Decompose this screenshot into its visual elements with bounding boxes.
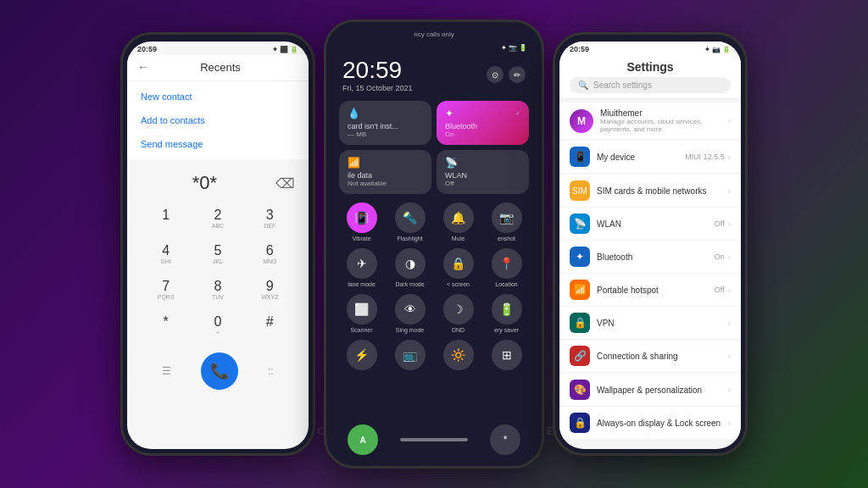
dialer-delete[interactable]: ⌫	[275, 175, 295, 191]
phone-control-center: ncy calls only 20:59 ✦ 📷 🔋 20:59 Fri, 15…	[324, 19, 544, 469]
qa-readingmode[interactable]: 👁 Sing mode	[387, 294, 432, 333]
tile-bt-sub: On	[445, 130, 520, 138]
qa-scanner[interactable]: ⬜ Scanner	[339, 294, 384, 333]
settings-item-sim[interactable]: SIM SIM cards & mobile networks ›	[559, 175, 741, 208]
tile-wlan-label: WLAN	[445, 171, 520, 180]
back-button[interactable]: ←	[137, 60, 149, 74]
settings-item-hotspot[interactable]: 📶 Portable hotspot Off ›	[559, 274, 741, 307]
qa-extra3[interactable]: 🔆	[436, 340, 481, 370]
bluetooth-text: Bluetooth	[597, 252, 715, 262]
wlan-label: WLAN	[597, 219, 715, 229]
cc-tile-bluetooth[interactable]: ✦ ✓ Bluetooth On	[437, 101, 529, 145]
qa-flashlight[interactable]: 🔦 Flashlight	[387, 202, 432, 241]
qa-extra1[interactable]: ⚡	[339, 340, 384, 370]
cc-icon-edit[interactable]: ✏	[509, 66, 526, 83]
key-5[interactable]: 5JKL	[192, 237, 242, 271]
cc-date: Fri, 15 October 2021	[342, 84, 413, 92]
cc-btn-phone[interactable]: A	[348, 424, 378, 455]
quick-actions-row3: ⬜ Scanner 👁 Sing mode ☽ DND 🔋 ery saver	[331, 291, 537, 336]
phone-dialer: 20:59 ✦ ⬛ 🔋 ← Recents New contact Add to…	[120, 32, 315, 456]
qa-batterysaver[interactable]: 🔋 ery saver	[484, 294, 529, 333]
device-icon: 📱	[570, 147, 590, 167]
qa-mute[interactable]: 🔔 Mute	[436, 202, 481, 241]
bluetooth-value: On	[715, 252, 725, 261]
qa-extra2-btn: 📺	[395, 340, 426, 370]
qa-extra2[interactable]: 📺	[387, 340, 432, 370]
key-9[interactable]: 9WXYZ	[245, 273, 295, 307]
settings-item-device[interactable]: 📱 My device MIUI 12.5.5 ›	[559, 141, 741, 173]
settings-item-bluetooth[interactable]: ✦ Bluetooth On ›	[559, 241, 741, 274]
cc-bottom-bar: A *	[331, 419, 537, 462]
cc-icon-camera[interactable]: ⊙	[487, 66, 504, 83]
wallpaper-chevron: ›	[728, 385, 731, 395]
home-indicator	[400, 438, 468, 441]
qa-readingmode-btn: 👁	[395, 294, 426, 324]
settings-item-connection[interactable]: 🔗 Connection & sharing ›	[559, 340, 741, 372]
settings-item-wallpaper[interactable]: 🎨 Wallpaper & personalization ›	[559, 374, 741, 407]
qa-mute-btn: 🔔	[443, 202, 474, 233]
call-button[interactable]: 📞	[201, 352, 238, 390]
qa-darkmode[interactable]: ◑ Dark mode	[387, 248, 432, 287]
qa-flashlight-label: Flashlight	[398, 236, 423, 241]
key-4[interactable]: 4GHI	[141, 237, 191, 271]
account-chevron: ›	[728, 116, 731, 125]
cc-tiles: 💧 card isn't inst... — MB ✦ ✓ Bluetooth …	[331, 96, 537, 199]
keypad-icon[interactable]: ::	[268, 365, 274, 377]
hotspot-chevron: ›	[728, 286, 731, 295]
qa-screenshot[interactable]: 📷 enshot	[484, 202, 529, 241]
avatar: M	[570, 109, 593, 133]
wlan-chevron: ›	[728, 219, 731, 229]
qa-airplane[interactable]: ✈ lane mode	[339, 248, 384, 287]
vpn-text: VPN	[597, 319, 728, 328]
settings-list: M Miuithemer Manage accounts, cloud serv…	[559, 99, 741, 449]
new-contact-option[interactable]: New contact	[127, 85, 309, 108]
quick-actions-row1: 📳 Vibrate 🔦 Flashlight 🔔 Mute 📷 enshot	[331, 199, 537, 245]
key-1[interactable]: 1	[141, 202, 191, 236]
dialer-number: *0*	[141, 172, 269, 194]
dialer-display-wrapper: *0* ⌫	[127, 159, 309, 198]
qa-lockscreen[interactable]: 🔒 < screen	[436, 248, 481, 287]
search-bar[interactable]: 🔍 Search settings	[570, 77, 731, 93]
phone-settings: 20:59 ✦ 📷 🔋 Settings 🔍 Search settings M	[553, 32, 748, 456]
qa-extra4[interactable]: ⊞	[484, 340, 529, 370]
hotspot-text: Portable hotspot	[597, 286, 715, 295]
settings-item-account[interactable]: M Miuithemer Manage accounts, cloud serv…	[559, 103, 741, 139]
qa-dnd[interactable]: ☽ DND	[436, 294, 481, 333]
key-2[interactable]: 2ABC	[192, 202, 242, 236]
key-star[interactable]: *	[141, 308, 191, 342]
key-3[interactable]: 3DEF	[245, 202, 295, 236]
key-hash[interactable]: #	[245, 308, 295, 342]
settings-item-vpn[interactable]: 🔒 VPN ›	[559, 307, 741, 340]
sim-label: SIM cards & mobile networks	[597, 186, 728, 196]
cc-icons-right: ⊙ ✏	[487, 66, 526, 83]
key-8[interactable]: 8TUV	[192, 273, 242, 307]
cc-tile-wlan[interactable]: 📡 WLAN Off	[437, 150, 529, 194]
send-message-option[interactable]: Send message	[127, 132, 309, 156]
lockscreen-label: Always-on display & Lock screen	[597, 419, 728, 428]
tile-data-sub: — MB	[348, 130, 423, 138]
cc-btn-star[interactable]: *	[490, 424, 520, 455]
key-7[interactable]: 7PQRS	[141, 273, 191, 307]
status-bar-1: 20:59 ✦ ⬛ 🔋	[127, 42, 309, 55]
qa-darkmode-btn: ◑	[395, 248, 426, 279]
settings-item-lockscreen[interactable]: 🔒 Always-on display & Lock screen ›	[559, 407, 741, 439]
qa-vibrate[interactable]: 📳 Vibrate	[339, 202, 384, 241]
status-time-3: 20:59	[570, 45, 589, 53]
hotspot-value: Off	[715, 286, 725, 294]
menu-icon[interactable]: ☰	[162, 365, 171, 377]
qa-dnd-btn: ☽	[443, 294, 474, 324]
search-icon: 🔍	[578, 80, 588, 90]
qa-scanner-btn: ⬜	[347, 294, 377, 324]
cc-tile-mobile[interactable]: 📶 ile data Not available	[339, 150, 431, 194]
key-6[interactable]: 6MNO	[245, 237, 295, 271]
tile-mobile-sub: Not available	[348, 180, 423, 187]
qa-location[interactable]: 📍 Location	[484, 248, 529, 287]
wlan-value: Off	[715, 219, 725, 228]
cc-tile-data[interactable]: 💧 card isn't inst... — MB	[339, 101, 431, 145]
add-contacts-option[interactable]: Add to contacts	[127, 108, 309, 132]
cc-status-bar: 20:59 ✦ 📷 🔋	[331, 40, 537, 53]
settings-item-wlan[interactable]: 📡 WLAN Off ›	[559, 208, 741, 241]
tile-wlan-icon: 📡	[445, 157, 520, 169]
qa-batterysaver-label: ery saver	[494, 327, 519, 333]
key-0[interactable]: 0+	[192, 308, 242, 342]
